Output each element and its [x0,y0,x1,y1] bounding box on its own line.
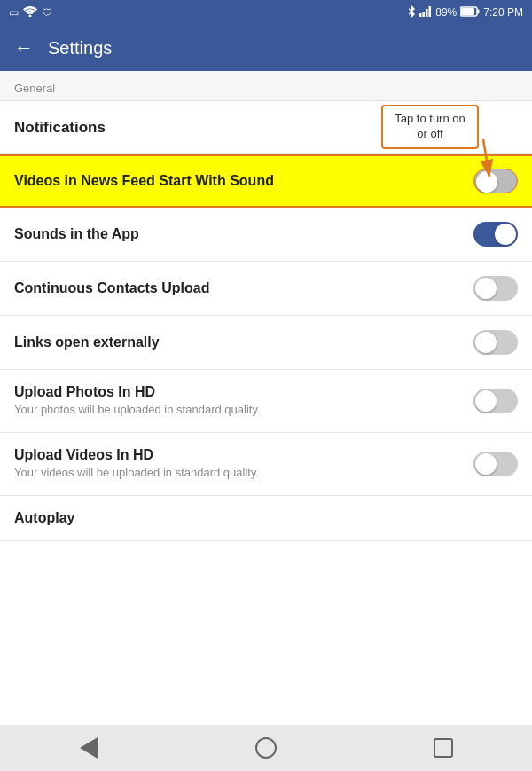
autoplay-row: Autoplay [0,496,532,541]
nav-back-icon [80,737,98,759]
svg-rect-4 [429,6,432,17]
upload-videos-hd-label: Upload Videos In HD [14,447,153,462]
status-bar: ▭ 🛡 89% [0,0,532,25]
status-icons: ▭ 🛡 [9,6,52,20]
svg-rect-7 [461,8,474,15]
upload-videos-hd-subtitle: Your videos will be uploaded in standard… [14,465,463,481]
battery-text: 89% [435,6,457,19]
signal-icon [419,6,432,20]
sounds-app-row: Sounds in the App [0,208,532,262]
upload-photos-hd-row: Upload Photos In HD Your photos will be … [0,370,532,433]
links-external-label: Links open externally [14,334,160,350]
shield-icon: 🛡 [42,6,52,19]
bottom-navigation [0,725,532,771]
status-right: 89% 7:20 PM [407,5,523,20]
contacts-upload-toggle[interactable] [473,276,518,301]
nav-home-button[interactable] [253,735,279,761]
sounds-app-label: Sounds in the App [14,226,139,241]
links-external-toggle[interactable] [473,330,518,355]
svg-point-0 [29,14,32,17]
time-display: 7:20 PM [483,6,523,19]
nav-recent-icon [434,738,453,758]
notifications-label: Notifications [14,119,106,137]
upload-videos-hd-toggle[interactable] [473,452,518,476]
battery-icon [460,6,480,20]
app-header: ← Settings [0,25,532,71]
wifi-status-icon [23,6,37,20]
contacts-upload-row: Continuous Contacts Upload [0,262,532,316]
settings-content: General Notifications Tap to turn on or … [0,71,532,725]
nav-back-button[interactable] [75,735,102,761]
upload-photos-hd-toggle[interactable] [473,389,518,413]
nav-home-icon [255,737,277,759]
tooltip-arrow-svg [434,135,505,184]
bluetooth-icon [407,5,416,20]
svg-rect-3 [426,9,428,17]
svg-rect-6 [478,9,480,13]
upload-photos-hd-label: Upload Photos In HD [14,384,155,399]
back-button[interactable]: ← [14,36,34,59]
links-external-row: Links open externally [0,316,532,370]
screen-icon: ▭ [9,6,19,19]
svg-line-9 [483,139,489,177]
sounds-app-toggle[interactable] [473,222,518,247]
general-section-label: General [0,71,532,101]
upload-photos-hd-subtitle: Your photos will be uploaded in standard… [14,402,463,418]
upload-videos-hd-row: Upload Videos In HD Your videos will be … [0,433,532,496]
svg-rect-2 [423,12,426,17]
contacts-upload-label: Continuous Contacts Upload [14,280,209,295]
nav-recent-button[interactable] [430,735,457,761]
autoplay-label: Autoplay [14,510,74,525]
videos-news-feed-label: Videos in News Feed Start With Sound [14,173,274,188]
svg-rect-1 [419,13,422,17]
header-title: Settings [48,38,112,59]
